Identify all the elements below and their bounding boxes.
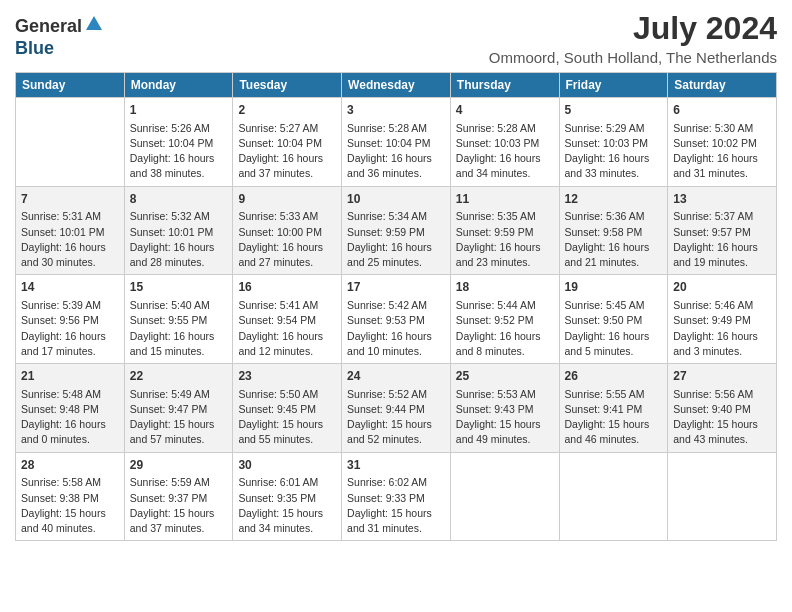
- day-number: 5: [565, 102, 663, 119]
- day-info: Sunrise: 5:35 AM Sunset: 9:59 PM Dayligh…: [456, 209, 554, 270]
- day-number: 20: [673, 279, 771, 296]
- calendar-day-cell: 9Sunrise: 5:33 AM Sunset: 10:00 PM Dayli…: [233, 186, 342, 275]
- calendar-week-row: 28Sunrise: 5:58 AM Sunset: 9:38 PM Dayli…: [16, 452, 777, 541]
- calendar-week-row: 14Sunrise: 5:39 AM Sunset: 9:56 PM Dayli…: [16, 275, 777, 364]
- day-number: 17: [347, 279, 445, 296]
- calendar-day-cell: 16Sunrise: 5:41 AM Sunset: 9:54 PM Dayli…: [233, 275, 342, 364]
- calendar-day-cell: 4Sunrise: 5:28 AM Sunset: 10:03 PM Dayli…: [450, 98, 559, 187]
- day-info: Sunrise: 5:58 AM Sunset: 9:38 PM Dayligh…: [21, 475, 119, 536]
- calendar-day-cell: 11Sunrise: 5:35 AM Sunset: 9:59 PM Dayli…: [450, 186, 559, 275]
- day-info: Sunrise: 5:56 AM Sunset: 9:40 PM Dayligh…: [673, 387, 771, 448]
- calendar-day-cell: 6Sunrise: 5:30 AM Sunset: 10:02 PM Dayli…: [668, 98, 777, 187]
- day-number: 26: [565, 368, 663, 385]
- day-info: Sunrise: 6:01 AM Sunset: 9:35 PM Dayligh…: [238, 475, 336, 536]
- svg-marker-0: [86, 16, 102, 30]
- day-number: 19: [565, 279, 663, 296]
- day-number: 13: [673, 191, 771, 208]
- calendar-day-cell: 30Sunrise: 6:01 AM Sunset: 9:35 PM Dayli…: [233, 452, 342, 541]
- day-number: 25: [456, 368, 554, 385]
- calendar-day-cell: 17Sunrise: 5:42 AM Sunset: 9:53 PM Dayli…: [342, 275, 451, 364]
- calendar-day-cell: 29Sunrise: 5:59 AM Sunset: 9:37 PM Dayli…: [124, 452, 233, 541]
- calendar-day-cell: 22Sunrise: 5:49 AM Sunset: 9:47 PM Dayli…: [124, 364, 233, 453]
- calendar-day-cell: [559, 452, 668, 541]
- day-number: 4: [456, 102, 554, 119]
- day-info: Sunrise: 5:50 AM Sunset: 9:45 PM Dayligh…: [238, 387, 336, 448]
- day-info: Sunrise: 5:26 AM Sunset: 10:04 PM Daylig…: [130, 121, 228, 182]
- day-info: Sunrise: 5:44 AM Sunset: 9:52 PM Dayligh…: [456, 298, 554, 359]
- day-info: Sunrise: 5:27 AM Sunset: 10:04 PM Daylig…: [238, 121, 336, 182]
- day-number: 23: [238, 368, 336, 385]
- calendar-day-header: Wednesday: [342, 73, 451, 98]
- calendar-day-cell: 25Sunrise: 5:53 AM Sunset: 9:43 PM Dayli…: [450, 364, 559, 453]
- day-number: 1: [130, 102, 228, 119]
- calendar-day-cell: 26Sunrise: 5:55 AM Sunset: 9:41 PM Dayli…: [559, 364, 668, 453]
- day-number: 31: [347, 457, 445, 474]
- day-info: Sunrise: 5:55 AM Sunset: 9:41 PM Dayligh…: [565, 387, 663, 448]
- page-header: General Blue July 2024 Ommoord, South Ho…: [15, 10, 777, 66]
- day-info: Sunrise: 5:48 AM Sunset: 9:48 PM Dayligh…: [21, 387, 119, 448]
- day-number: 3: [347, 102, 445, 119]
- calendar-day-header: Saturday: [668, 73, 777, 98]
- day-number: 24: [347, 368, 445, 385]
- day-info: Sunrise: 5:34 AM Sunset: 9:59 PM Dayligh…: [347, 209, 445, 270]
- day-number: 6: [673, 102, 771, 119]
- calendar-week-row: 21Sunrise: 5:48 AM Sunset: 9:48 PM Dayli…: [16, 364, 777, 453]
- calendar-day-cell: 18Sunrise: 5:44 AM Sunset: 9:52 PM Dayli…: [450, 275, 559, 364]
- calendar-day-cell: 14Sunrise: 5:39 AM Sunset: 9:56 PM Dayli…: [16, 275, 125, 364]
- calendar-day-cell: [450, 452, 559, 541]
- day-number: 7: [21, 191, 119, 208]
- day-number: 9: [238, 191, 336, 208]
- day-info: Sunrise: 5:46 AM Sunset: 9:49 PM Dayligh…: [673, 298, 771, 359]
- day-number: 27: [673, 368, 771, 385]
- calendar-day-cell: 20Sunrise: 5:46 AM Sunset: 9:49 PM Dayli…: [668, 275, 777, 364]
- calendar-week-row: 1Sunrise: 5:26 AM Sunset: 10:04 PM Dayli…: [16, 98, 777, 187]
- day-number: 16: [238, 279, 336, 296]
- day-number: 18: [456, 279, 554, 296]
- calendar-day-cell: 21Sunrise: 5:48 AM Sunset: 9:48 PM Dayli…: [16, 364, 125, 453]
- day-info: Sunrise: 5:28 AM Sunset: 10:04 PM Daylig…: [347, 121, 445, 182]
- day-info: Sunrise: 5:29 AM Sunset: 10:03 PM Daylig…: [565, 121, 663, 182]
- day-info: Sunrise: 5:42 AM Sunset: 9:53 PM Dayligh…: [347, 298, 445, 359]
- month-year-title: July 2024: [489, 10, 777, 47]
- day-number: 22: [130, 368, 228, 385]
- logo-general: General: [15, 16, 82, 37]
- calendar-day-cell: 5Sunrise: 5:29 AM Sunset: 10:03 PM Dayli…: [559, 98, 668, 187]
- day-number: 8: [130, 191, 228, 208]
- day-number: 10: [347, 191, 445, 208]
- day-info: Sunrise: 5:41 AM Sunset: 9:54 PM Dayligh…: [238, 298, 336, 359]
- day-info: Sunrise: 5:40 AM Sunset: 9:55 PM Dayligh…: [130, 298, 228, 359]
- calendar-day-cell: 19Sunrise: 5:45 AM Sunset: 9:50 PM Dayli…: [559, 275, 668, 364]
- calendar-day-cell: 31Sunrise: 6:02 AM Sunset: 9:33 PM Dayli…: [342, 452, 451, 541]
- calendar-day-cell: 24Sunrise: 5:52 AM Sunset: 9:44 PM Dayli…: [342, 364, 451, 453]
- day-info: Sunrise: 5:49 AM Sunset: 9:47 PM Dayligh…: [130, 387, 228, 448]
- day-number: 11: [456, 191, 554, 208]
- day-number: 29: [130, 457, 228, 474]
- day-info: Sunrise: 5:59 AM Sunset: 9:37 PM Dayligh…: [130, 475, 228, 536]
- day-info: Sunrise: 5:53 AM Sunset: 9:43 PM Dayligh…: [456, 387, 554, 448]
- day-info: Sunrise: 6:02 AM Sunset: 9:33 PM Dayligh…: [347, 475, 445, 536]
- day-info: Sunrise: 5:28 AM Sunset: 10:03 PM Daylig…: [456, 121, 554, 182]
- calendar-day-cell: 2Sunrise: 5:27 AM Sunset: 10:04 PM Dayli…: [233, 98, 342, 187]
- calendar-day-cell: 3Sunrise: 5:28 AM Sunset: 10:04 PM Dayli…: [342, 98, 451, 187]
- day-info: Sunrise: 5:45 AM Sunset: 9:50 PM Dayligh…: [565, 298, 663, 359]
- calendar-day-header: Thursday: [450, 73, 559, 98]
- logo-icon: [84, 14, 104, 38]
- calendar-day-cell: 10Sunrise: 5:34 AM Sunset: 9:59 PM Dayli…: [342, 186, 451, 275]
- day-info: Sunrise: 5:30 AM Sunset: 10:02 PM Daylig…: [673, 121, 771, 182]
- calendar-day-cell: 28Sunrise: 5:58 AM Sunset: 9:38 PM Dayli…: [16, 452, 125, 541]
- calendar-day-cell: 23Sunrise: 5:50 AM Sunset: 9:45 PM Dayli…: [233, 364, 342, 453]
- calendar-day-header: Monday: [124, 73, 233, 98]
- calendar-week-row: 7Sunrise: 5:31 AM Sunset: 10:01 PM Dayli…: [16, 186, 777, 275]
- calendar-day-header: Friday: [559, 73, 668, 98]
- calendar-day-header: Sunday: [16, 73, 125, 98]
- logo-blue: Blue: [15, 38, 54, 59]
- calendar-day-cell: [668, 452, 777, 541]
- logo: General Blue: [15, 14, 104, 59]
- calendar-day-cell: 8Sunrise: 5:32 AM Sunset: 10:01 PM Dayli…: [124, 186, 233, 275]
- calendar-day-cell: 12Sunrise: 5:36 AM Sunset: 9:58 PM Dayli…: [559, 186, 668, 275]
- calendar-day-header: Tuesday: [233, 73, 342, 98]
- calendar-day-cell: 1Sunrise: 5:26 AM Sunset: 10:04 PM Dayli…: [124, 98, 233, 187]
- day-number: 12: [565, 191, 663, 208]
- day-info: Sunrise: 5:33 AM Sunset: 10:00 PM Daylig…: [238, 209, 336, 270]
- calendar-day-cell: 13Sunrise: 5:37 AM Sunset: 9:57 PM Dayli…: [668, 186, 777, 275]
